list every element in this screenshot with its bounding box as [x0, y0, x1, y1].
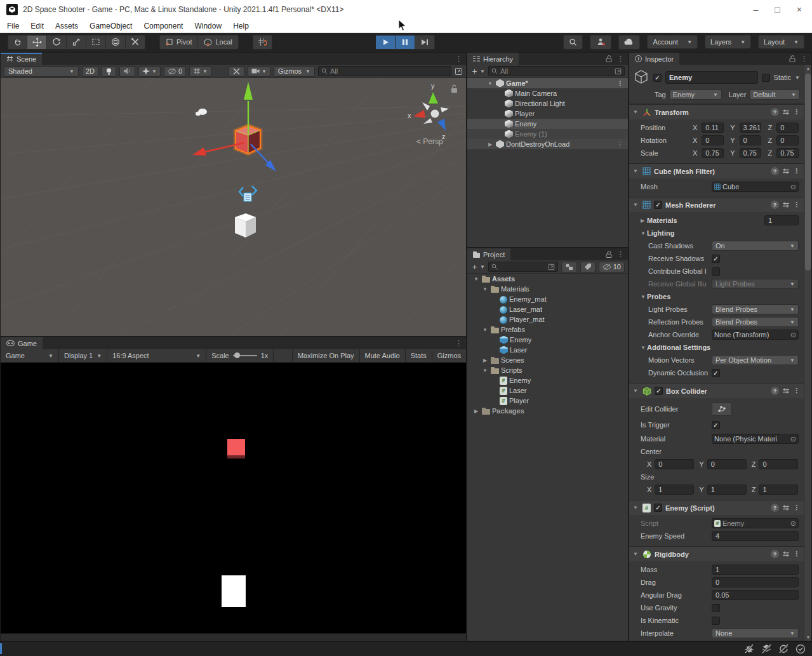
search-button[interactable]: [563, 35, 583, 50]
materials-count-field[interactable]: 1: [764, 215, 799, 225]
scene-viewport[interactable]: y x z < Persp: [1, 78, 466, 336]
rotate-tool-button[interactable]: [47, 35, 67, 50]
kebab-icon[interactable]: ⋮: [793, 504, 800, 512]
foldout-icon[interactable]: ▼: [633, 505, 639, 511]
angular-drag-field[interactable]: 0.05: [712, 590, 799, 600]
scale-tool-button[interactable]: [67, 35, 86, 50]
kebab-icon[interactable]: ⋮: [617, 250, 624, 258]
contribute-gi-checkbox[interactable]: [712, 267, 720, 276]
picker-icon[interactable]: [615, 68, 622, 75]
project-item[interactable]: ▼ Scripts: [467, 365, 628, 375]
receive-shadows-checkbox[interactable]: ✓: [712, 255, 720, 263]
drag-field[interactable]: 0: [712, 577, 799, 587]
search-by-type-icon[interactable]: [548, 264, 555, 271]
object-picker-icon[interactable]: ⊙: [790, 331, 796, 339]
static-checkbox[interactable]: [762, 74, 770, 82]
presets-icon[interactable]: [782, 109, 790, 116]
menu-edit[interactable]: Edit: [25, 19, 50, 32]
refresh-disabled-icon[interactable]: [778, 644, 789, 653]
scene-camera-dropdown[interactable]: ▼: [248, 66, 270, 77]
hierarchy-item[interactable]: Enemy (1) ⋮: [467, 129, 628, 139]
close-button[interactable]: ×: [797, 4, 802, 15]
object-picker-icon[interactable]: ⊙: [790, 183, 796, 191]
stats-button[interactable]: Stats: [406, 349, 432, 362]
scale-x-field[interactable]: 0.75: [702, 148, 724, 158]
layer-dropdown[interactable]: Default▼: [749, 90, 800, 100]
scale-slider[interactable]: Scale1x: [206, 349, 274, 362]
2d-toggle-button[interactable]: 2D: [82, 66, 98, 77]
unlock-icon[interactable]: [606, 251, 612, 258]
project-item[interactable]: ▶ Scenes: [467, 355, 628, 365]
kebab-icon[interactable]: ⋮: [455, 55, 462, 63]
scene-audio-button[interactable]: [119, 66, 135, 77]
maximize-on-play-button[interactable]: Maximize On Play: [293, 349, 360, 362]
grid-snapping-button[interactable]: [253, 35, 272, 50]
hierarchy-search-input[interactable]: All: [488, 66, 625, 76]
scale-y-field[interactable]: 0.75: [740, 148, 762, 158]
tab-project[interactable]: Project: [467, 248, 510, 260]
project-search-input[interactable]: [488, 262, 558, 272]
game-target-dropdown[interactable]: Game▼: [1, 349, 59, 362]
maximize-button[interactable]: □: [775, 4, 780, 15]
minimize-button[interactable]: –: [754, 4, 759, 15]
size-x-field[interactable]: 1: [655, 485, 694, 495]
position-x-field[interactable]: 0.11: [702, 123, 724, 133]
motion-vectors-dropdown[interactable]: Per Object Motion▼: [712, 355, 799, 365]
foldout-icon[interactable]: ▼: [481, 286, 489, 292]
scene-search-input[interactable]: All: [318, 66, 451, 76]
scene-lighting-button[interactable]: [102, 66, 116, 77]
mass-field[interactable]: 1: [712, 565, 799, 575]
menu-help[interactable]: Help: [227, 19, 255, 32]
help-icon[interactable]: ?: [771, 550, 779, 558]
enemy-speed-field[interactable]: 4: [712, 531, 799, 541]
foldout-icon[interactable]: ▶: [481, 358, 489, 363]
draw-mode-dropdown[interactable]: Shaded▼: [4, 66, 79, 77]
size-y-field[interactable]: 1: [707, 485, 747, 495]
enemy-script-header[interactable]: ▼ ✓ Enemy (Script) ? ⋮: [629, 500, 804, 515]
hierarchy-item[interactable]: ▼ Game* ⋮: [467, 78, 628, 88]
project-item[interactable]: ▼ Materials: [467, 284, 628, 294]
help-icon[interactable]: ?: [771, 387, 779, 395]
transform-header[interactable]: ▼ Transform ? ⋮: [629, 104, 804, 119]
slider-track[interactable]: [233, 355, 257, 356]
scene-tools-button[interactable]: [229, 66, 244, 77]
use-gravity-checkbox[interactable]: [712, 604, 720, 612]
mute-audio-button[interactable]: Mute Audio: [360, 349, 406, 362]
menu-gameobject[interactable]: GameObject: [84, 19, 138, 32]
foldout-icon[interactable]: ▼: [486, 81, 494, 86]
static-dropdown-icon[interactable]: ▼: [795, 75, 800, 81]
row-kebab-icon[interactable]: ⋮: [616, 79, 625, 88]
project-item[interactable]: ▶ Packages: [467, 406, 628, 416]
box-collider-header[interactable]: ▼ ✓ Box Collider ? ⋮: [629, 383, 804, 398]
layers-disabled-icon[interactable]: [761, 644, 772, 653]
pause-button[interactable]: [396, 35, 415, 50]
collab-button[interactable]: [590, 35, 611, 50]
component-enabled-checkbox[interactable]: ✓: [654, 504, 662, 512]
help-icon[interactable]: ?: [771, 201, 779, 209]
scrollbar-thumb[interactable]: [805, 74, 811, 271]
game-gizmos-button[interactable]: Gizmos: [432, 349, 466, 362]
tab-inspector[interactable]: i Inspector: [629, 53, 679, 65]
tab-game[interactable]: Game: [1, 337, 43, 349]
kebab-icon[interactable]: ⋮: [617, 55, 624, 63]
cloud-button[interactable]: [618, 35, 640, 50]
slider-thumb[interactable]: [234, 352, 240, 358]
play-button[interactable]: [376, 35, 396, 50]
hierarchy-item[interactable]: Main Camera ⋮: [467, 88, 628, 98]
scene-grid-dropdown[interactable]: ▼: [189, 66, 211, 77]
project-item[interactable]: Enemy: [467, 375, 628, 385]
foldout-icon[interactable]: ▼: [633, 168, 639, 174]
rotation-y-field[interactable]: 0: [740, 135, 762, 145]
scene-visibility-button[interactable]: 0: [164, 66, 186, 77]
menu-assets[interactable]: Assets: [50, 19, 84, 32]
foldout-icon[interactable]: ▼: [481, 327, 489, 333]
layers-dropdown[interactable]: Layers▼: [705, 35, 751, 49]
account-dropdown[interactable]: Account▼: [647, 35, 698, 49]
foldout-icon[interactable]: ▼: [633, 388, 639, 394]
project-item[interactable]: Laser: [467, 345, 628, 355]
size-z-field[interactable]: 1: [759, 485, 798, 495]
hierarchy-item[interactable]: Enemy ⋮: [467, 119, 628, 129]
display-dropdown[interactable]: Display 1▼: [59, 349, 107, 362]
layout-dropdown[interactable]: Layout▼: [758, 35, 804, 49]
tab-hierarchy[interactable]: Hierarchy: [467, 53, 519, 65]
